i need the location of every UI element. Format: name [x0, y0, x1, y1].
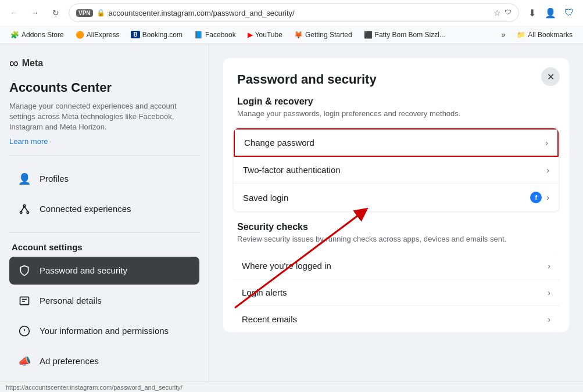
- your-information-icon: [16, 323, 33, 339]
- content-panel: ✕ Password and security Login & recovery…: [223, 58, 569, 332]
- meta-logo-text: Meta: [22, 58, 43, 69]
- security-checks-desc: Review security issues by running checks…: [223, 235, 569, 253]
- recent-emails-item[interactable]: Recent emails ›: [233, 306, 560, 332]
- saved-login-chevron: ›: [546, 193, 549, 202]
- aliexpress-icon: 🟠: [76, 31, 84, 39]
- svg-line-4: [24, 206, 28, 211]
- back-button[interactable]: ←: [6, 5, 22, 21]
- change-password-label: Change password: [244, 138, 314, 148]
- shield-button[interactable]: 🛡: [561, 5, 577, 21]
- recent-emails-chevron: ›: [548, 315, 550, 324]
- address-bar-right-icons: ☆ 🛡: [493, 8, 512, 17]
- login-recovery-options: Change password › Two-factor authenticat…: [233, 127, 560, 213]
- login-recovery-heading: Login & recovery: [223, 96, 569, 109]
- bookmarks-bar: 🧩 Addons Store 🟠 AliExpress B Booking.co…: [0, 26, 583, 44]
- status-url: https://accountscenter.instagram.com/pas…: [6, 384, 183, 391]
- account-settings-title: Account settings: [9, 242, 199, 252]
- accounts-center-desc: Manage your connected experiences and ac…: [9, 101, 199, 133]
- profile-button[interactable]: 👤: [542, 5, 559, 21]
- address-bar[interactable]: VPN 🔒 accountscenter.instagram.com/passw…: [69, 3, 519, 22]
- sidebar-item-your-information[interactable]: Your information and permissions: [9, 317, 199, 345]
- bookmark-youtube-label: YouTube: [255, 31, 282, 39]
- status-bar: https://accountscenter.instagram.com/pas…: [0, 382, 583, 392]
- saved-login-item[interactable]: Saved login f ›: [234, 184, 559, 211]
- change-password-right: ›: [545, 138, 548, 148]
- star-icon[interactable]: ☆: [493, 8, 501, 17]
- bookmark-booking-label: Booking.com: [142, 31, 183, 39]
- main-content: ✕ Password and security Login & recovery…: [209, 44, 583, 392]
- fattybom-icon: ⬛: [364, 31, 373, 39]
- vpn-badge: VPN: [76, 9, 93, 17]
- meta-logo-icon: ∞: [9, 56, 19, 71]
- two-factor-label: Two-factor authentication: [243, 165, 341, 175]
- security-checks-heading: Security checks: [223, 222, 569, 235]
- sidebar-item-your-information-label: Your information and permissions: [40, 326, 169, 336]
- two-factor-right: ›: [546, 166, 549, 175]
- bookmark-aliexpress[interactable]: 🟠 AliExpress: [71, 29, 124, 41]
- personal-details-icon: [16, 293, 33, 309]
- saved-login-label: Saved login: [243, 193, 288, 203]
- all-bookmarks-label: All Bookmarks: [528, 31, 573, 39]
- where-logged-in-item[interactable]: Where you're logged in ›: [233, 253, 560, 279]
- sidebar-item-password-security-label: Password and security: [40, 265, 127, 275]
- login-alerts-item[interactable]: Login alerts ›: [233, 279, 560, 306]
- bookmark-folder-icon: 📁: [517, 31, 525, 39]
- two-factor-item[interactable]: Two-factor authentication ›: [234, 157, 559, 184]
- sidebar-item-ad-preferences-label: Ad preferences: [40, 356, 99, 366]
- bookmark-facebook-label: Facebook: [205, 31, 236, 39]
- bookmark-gettingstarted-label: Getting Started: [305, 31, 352, 39]
- saved-login-right: f ›: [530, 192, 549, 203]
- browser-toolbar: ← → ↻ VPN 🔒 accountscenter.instagram.com…: [0, 0, 583, 26]
- sidebar-item-ad-preferences[interactable]: 📣 Ad preferences: [9, 347, 199, 375]
- sidebar-item-personal-details-label: Personal details: [40, 296, 102, 305]
- youtube-icon: ▶: [248, 31, 253, 39]
- learn-more-link[interactable]: Learn more: [9, 137, 48, 146]
- sidebar-item-profiles[interactable]: 👤 Profiles: [9, 165, 199, 193]
- bookmark-gettingstarted[interactable]: 🦊 Getting Started: [289, 29, 357, 41]
- svg-point-0: [23, 204, 25, 206]
- download-button[interactable]: ⬇: [524, 5, 540, 21]
- sidebar-divider-2: [9, 232, 199, 233]
- browser-chrome: ← → ↻ VPN 🔒 accountscenter.instagram.com…: [0, 0, 583, 44]
- sidebar-item-profiles-label: Profiles: [40, 174, 69, 184]
- connected-icon: [16, 201, 33, 217]
- bookmark-youtube[interactable]: ▶ YouTube: [243, 29, 287, 41]
- svg-point-1: [20, 211, 22, 213]
- security-checks-options: Where you're logged in › Login alerts › …: [233, 253, 560, 332]
- bookmark-facebook[interactable]: 📘 Facebook: [189, 29, 241, 41]
- reload-button[interactable]: ↻: [48, 5, 64, 21]
- accounts-center-title: Accounts Center: [9, 80, 199, 95]
- bookmarks-more-button[interactable]: »: [497, 29, 510, 41]
- bookmark-addons[interactable]: 🧩 Addons Store: [6, 29, 69, 41]
- login-recovery-desc: Manage your passwords, login preferences…: [223, 109, 569, 127]
- where-logged-in-label: Where you're logged in: [242, 261, 331, 271]
- app-layout: ∞ Meta Accounts Center Manage your conne…: [0, 44, 583, 392]
- sidebar-item-connected[interactable]: Connected experiences: [9, 195, 199, 223]
- password-security-icon: [16, 262, 33, 279]
- change-password-item[interactable]: Change password ›: [234, 128, 559, 157]
- recent-emails-label: Recent emails: [242, 314, 297, 324]
- sidebar-item-personal-details[interactable]: Personal details: [9, 287, 199, 315]
- booking-icon: B: [131, 31, 140, 38]
- bookmark-fattybom-label: Fatty Bom Bom Sizzl...: [375, 31, 445, 39]
- profiles-icon: 👤: [16, 171, 33, 187]
- forward-button[interactable]: →: [27, 5, 43, 21]
- meta-logo: ∞ Meta: [9, 56, 199, 71]
- ad-preferences-icon: 📣: [16, 353, 33, 369]
- bookmark-fattybom[interactable]: ⬛ Fatty Bom Bom Sizzl...: [359, 29, 450, 41]
- panel-title: Password and security: [223, 58, 569, 96]
- facebook-icon: 📘: [194, 31, 203, 39]
- url-text: accountscenter.instagram.com/password_an…: [109, 9, 490, 17]
- sidebar-item-password-security[interactable]: Password and security: [9, 257, 199, 285]
- facebook-circle-icon: f: [530, 192, 542, 203]
- two-factor-chevron: ›: [546, 166, 549, 175]
- svg-line-3: [21, 206, 24, 211]
- firefox-icon: 🦊: [294, 31, 303, 39]
- extension-icon[interactable]: 🛡: [505, 8, 512, 17]
- close-button[interactable]: ✕: [541, 67, 560, 86]
- sidebar-item-connected-label: Connected experiences: [40, 204, 131, 214]
- all-bookmarks-button[interactable]: 📁 All Bookmarks: [512, 29, 577, 41]
- addons-icon: 🧩: [10, 31, 19, 39]
- sidebar-divider-1: [9, 155, 199, 156]
- bookmark-booking[interactable]: B Booking.com: [126, 29, 187, 41]
